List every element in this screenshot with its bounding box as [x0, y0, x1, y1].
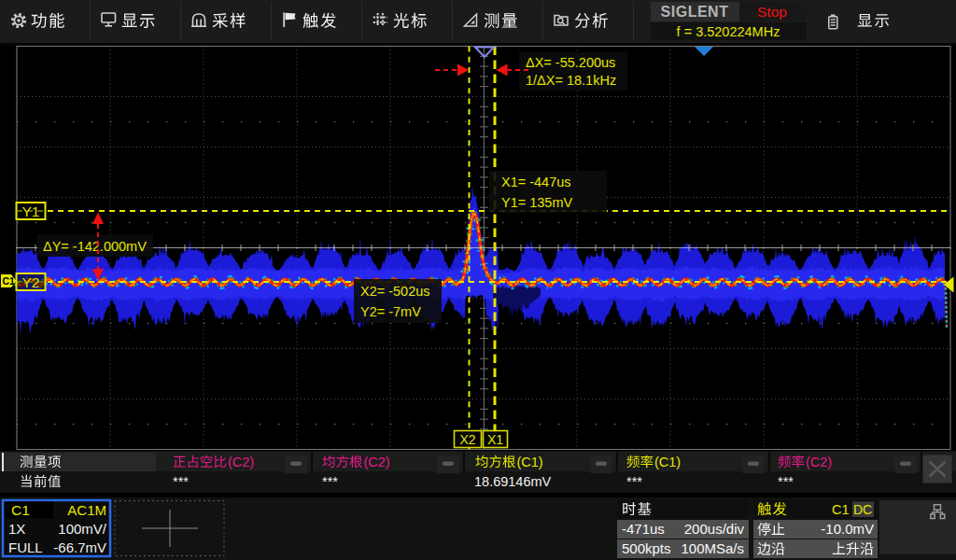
svg-text:-471us: -471us — [622, 521, 665, 537]
svg-text:FULL: FULL — [8, 539, 43, 555]
svg-text:***: *** — [173, 474, 189, 489]
svg-text:100mV/: 100mV/ — [58, 521, 107, 537]
svg-text:AC1M: AC1M — [67, 502, 106, 518]
svg-text:18.69146mV: 18.69146mV — [474, 474, 552, 489]
svg-text:***: *** — [778, 474, 794, 489]
svg-text:X1= -447us: X1= -447us — [501, 175, 571, 189]
svg-text:SIGLENT: SIGLENT — [661, 4, 729, 20]
svg-text:X2= -502us: X2= -502us — [360, 284, 430, 299]
svg-text:DC: DC — [853, 502, 872, 517]
svg-text:-10.0mV: -10.0mV — [821, 521, 874, 537]
svg-text:(C2): (C2) — [806, 455, 832, 469]
svg-text:1/ΔX= 18.1kHz: 1/ΔX= 18.1kHz — [526, 73, 616, 88]
svg-text:f = 3.520224MHz: f = 3.520224MHz — [677, 24, 780, 39]
svg-text:X2: X2 — [459, 432, 475, 447]
svg-text:Y1: Y1 — [22, 203, 40, 219]
svg-text:***: *** — [322, 474, 338, 489]
svg-text:(C1): (C1) — [654, 455, 681, 469]
svg-text:1X: 1X — [8, 521, 25, 537]
svg-text:-66.7mV: -66.7mV — [53, 539, 106, 555]
svg-text:Y2: Y2 — [22, 274, 40, 290]
svg-text:C1: C1 — [11, 502, 30, 518]
svg-text:(C2): (C2) — [228, 455, 254, 469]
svg-text:C1: C1 — [3, 275, 16, 287]
svg-text:Stop: Stop — [757, 4, 787, 20]
svg-text:(C2): (C2) — [364, 455, 390, 469]
svg-text:500kpts: 500kpts — [622, 540, 671, 556]
svg-text:Y1= 135mV: Y1= 135mV — [501, 195, 573, 210]
svg-text:C1: C1 — [832, 502, 850, 517]
svg-text:100MSa/s: 100MSa/s — [681, 540, 744, 556]
svg-text:ΔY= -142.000mV: ΔY= -142.000mV — [43, 239, 147, 254]
svg-text:***: *** — [626, 474, 642, 489]
svg-text:X1: X1 — [487, 432, 503, 447]
svg-text:Y2= -7mV: Y2= -7mV — [360, 304, 421, 319]
svg-text:(C1): (C1) — [517, 455, 543, 469]
svg-text:200us/div: 200us/div — [684, 521, 745, 537]
svg-text:ΔX= -55.200us: ΔX= -55.200us — [526, 55, 615, 70]
